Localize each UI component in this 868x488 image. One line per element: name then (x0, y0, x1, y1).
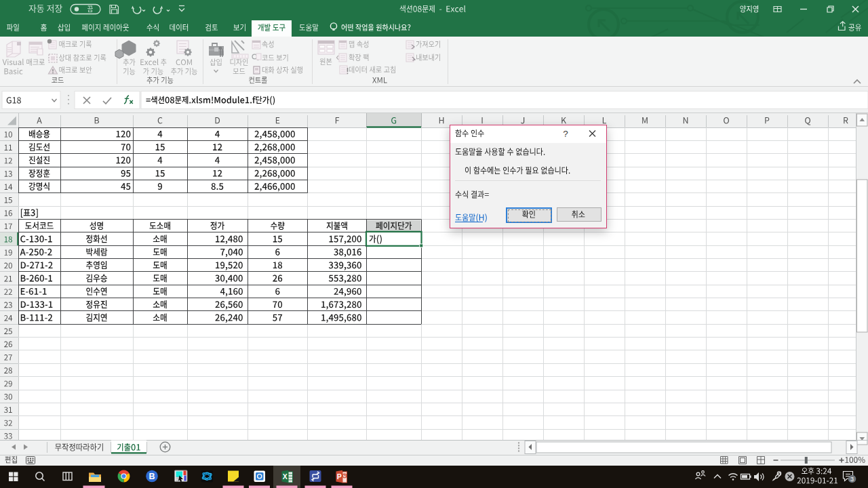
svg-text:?: ? (563, 129, 568, 139)
